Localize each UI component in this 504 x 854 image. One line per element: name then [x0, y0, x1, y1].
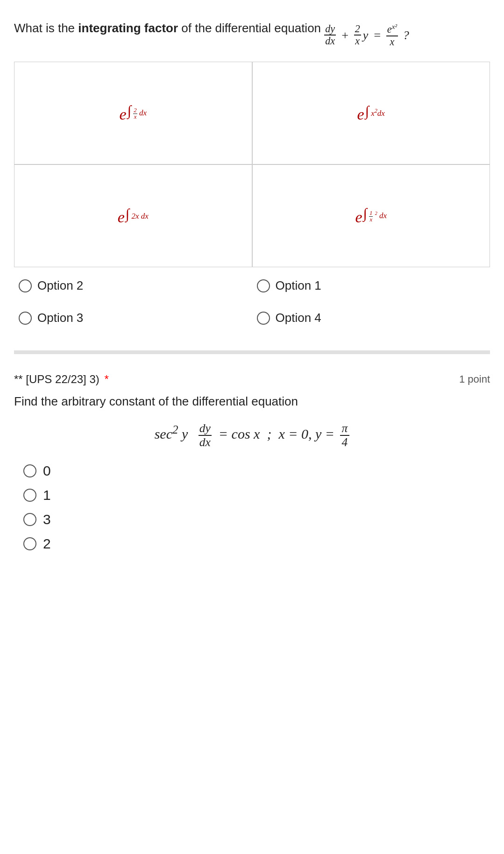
q2-label-2: 2 — [43, 536, 51, 552]
q2-option-2[interactable]: 2 — [23, 536, 490, 552]
q2-radio-1[interactable] — [23, 489, 36, 502]
q2-ref: ** [UPS 22/23] 3) * — [14, 373, 109, 386]
option1-radio[interactable] — [257, 279, 270, 292]
q2-ref-text: ** [UPS 22/23] 3) — [14, 373, 99, 385]
options-labels-grid: Option 2 Option 1 Option 3 Option 4 — [14, 272, 490, 336]
option2-formula: e ∫ 2 x dx — [120, 103, 147, 123]
q2-option-0[interactable]: 0 — [23, 463, 490, 479]
q2-radio-0[interactable] — [23, 464, 36, 477]
q2-formula: sec2 y dy dx = cos x ; x = 0, y = π 4 — [14, 418, 490, 449]
question2-block: ** [UPS 22/23] 3) * 1 point Find the arb… — [14, 368, 490, 556]
option3-box: e ∫ 2x dx — [14, 164, 252, 267]
bold-text: integrating factor — [78, 21, 178, 35]
option1-label-cell[interactable]: Option 1 — [252, 272, 490, 304]
q2-option-1[interactable]: 1 — [23, 487, 490, 503]
option2-label-cell[interactable]: Option 2 — [14, 272, 252, 304]
options-grid: e ∫ 2 x dx e ∫ x — [14, 62, 490, 267]
option3-label: Option 3 — [37, 311, 83, 325]
option2-label: Option 2 — [37, 278, 83, 293]
option1-label: Option 1 — [276, 278, 321, 293]
option4-box: e ∫ 1 x 2 dx — [252, 164, 490, 267]
q2-option-3[interactable]: 3 — [23, 512, 490, 527]
question1-block: What is the integrating factor of the di… — [14, 19, 490, 336]
q2-label-0: 0 — [43, 463, 51, 479]
option4-label-cell[interactable]: Option 4 — [252, 304, 490, 336]
q2-text: Find the arbitrary constant of the diffe… — [14, 394, 490, 409]
q2-points: 1 point — [459, 373, 490, 385]
section-divider — [14, 350, 490, 354]
q2-options: 0 1 3 2 — [14, 463, 490, 552]
q2-radio-2[interactable] — [23, 537, 36, 550]
q2-label-3: 3 — [43, 512, 51, 527]
q2-label-1: 1 — [43, 487, 51, 503]
option3-label-cell[interactable]: Option 3 — [14, 304, 252, 336]
q2-required-marker: * — [104, 373, 108, 385]
option2-radio[interactable] — [19, 279, 32, 292]
option3-formula: e ∫ 2x dx — [118, 206, 149, 226]
option2-box: e ∫ 2 x dx — [14, 62, 252, 164]
q2-header: ** [UPS 22/23] 3) * 1 point — [14, 373, 490, 386]
q2-radio-3[interactable] — [23, 513, 36, 526]
page: What is the integrating factor of the di… — [0, 0, 504, 575]
option1-formula: e ∫ x2dx — [357, 103, 385, 123]
option4-label: Option 4 — [276, 311, 321, 325]
option3-radio[interactable] — [19, 312, 32, 325]
option4-formula: e ∫ 1 x 2 dx — [355, 206, 387, 226]
option4-radio[interactable] — [257, 312, 270, 325]
option1-box: e ∫ x2dx — [252, 62, 490, 164]
question1-text: What is the integrating factor of the di… — [14, 19, 490, 48]
